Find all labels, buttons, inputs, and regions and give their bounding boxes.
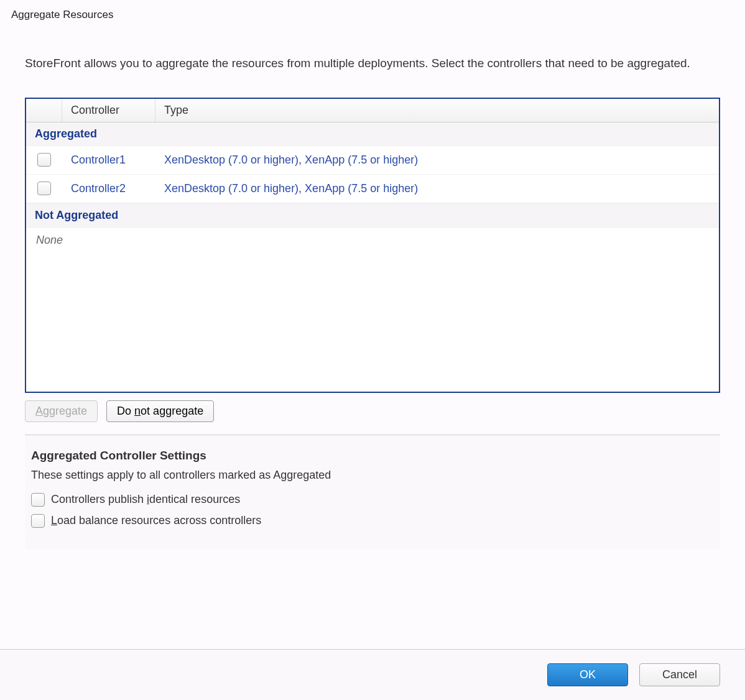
column-header-type: Type xyxy=(155,99,719,122)
dialog-footer: OK Cancel xyxy=(0,649,745,700)
checkbox-icon[interactable] xyxy=(37,182,51,195)
row-type: XenDesktop (7.0 or higher), XenApp (7.5 … xyxy=(155,154,719,167)
dialog-title: Aggregate Resources xyxy=(0,0,745,30)
checkbox-icon[interactable] xyxy=(31,514,45,528)
dialog-content: StoreFront allows you to aggregate the r… xyxy=(0,30,745,549)
row-controller: Controller2 xyxy=(62,182,155,195)
none-label: None xyxy=(26,228,719,253)
column-header-controller: Controller xyxy=(62,99,155,122)
checkbox-icon[interactable] xyxy=(37,153,51,167)
table-header: Controller Type xyxy=(26,99,719,122)
cancel-button[interactable]: Cancel xyxy=(639,663,720,686)
aggregate-button: Aggregate xyxy=(25,400,98,422)
row-checkbox-cell xyxy=(26,182,62,195)
action-buttons: Aggregate Do not aggregate xyxy=(25,400,720,422)
row-checkbox-cell xyxy=(26,153,62,167)
table-row[interactable]: Controller1 XenDesktop (7.0 or higher), … xyxy=(26,146,719,175)
setting-label: Load balance resources across controller… xyxy=(51,514,261,527)
setting-identical-resources[interactable]: Controllers publish identical resources xyxy=(31,493,714,507)
setting-label: Controllers publish identical resources xyxy=(51,493,240,506)
group-not-aggregated: Not Aggregated xyxy=(26,203,719,228)
row-type: XenDesktop (7.0 or higher), XenApp (7.5 … xyxy=(155,182,719,195)
row-controller: Controller1 xyxy=(62,154,155,167)
aggregated-settings-section: Aggregated Controller Settings These set… xyxy=(25,435,720,549)
dialog-description: StoreFront allows you to aggregate the r… xyxy=(25,55,720,73)
settings-description: These settings apply to all controllers … xyxy=(31,469,714,482)
checkbox-icon[interactable] xyxy=(31,493,45,507)
setting-load-balance[interactable]: Load balance resources across controller… xyxy=(31,514,714,528)
group-aggregated: Aggregated xyxy=(26,122,719,146)
do-not-aggregate-button[interactable]: Do not aggregate xyxy=(106,400,214,422)
column-header-checkbox xyxy=(26,99,62,122)
settings-title: Aggregated Controller Settings xyxy=(31,449,714,463)
ok-button[interactable]: OK xyxy=(547,663,628,686)
controllers-table: Controller Type Aggregated Controller1 X… xyxy=(25,98,720,393)
table-row[interactable]: Controller2 XenDesktop (7.0 or higher), … xyxy=(26,175,719,203)
